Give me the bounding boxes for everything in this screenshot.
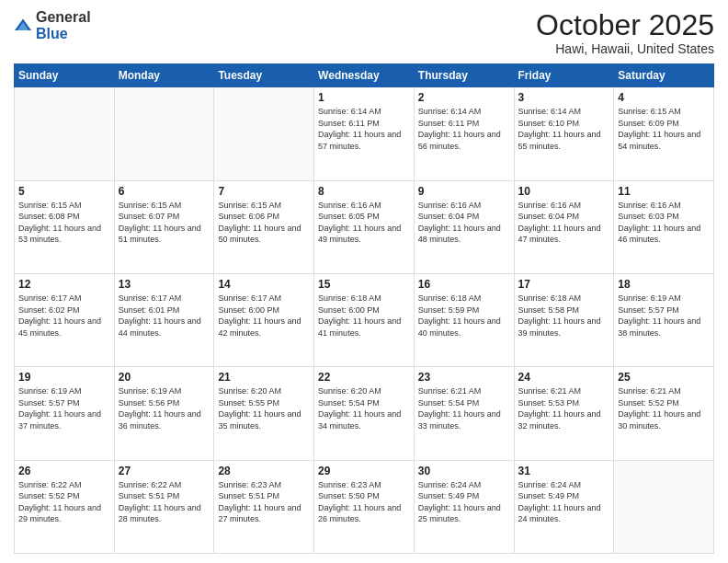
day-info: Sunrise: 6:16 AMSunset: 6:04 PMDaylight:… [518, 200, 610, 246]
logo-text: General Blue [36, 9, 91, 42]
weekday-header-row: SundayMondayTuesdayWednesdayThursdayFrid… [15, 64, 714, 87]
day-cell: 26Sunrise: 6:22 AMSunset: 5:52 PMDayligh… [15, 460, 115, 553]
day-info: Sunrise: 6:18 AMSunset: 5:58 PMDaylight:… [518, 293, 610, 339]
day-number: 24 [518, 371, 610, 384]
day-cell: 24Sunrise: 6:21 AMSunset: 5:53 PMDayligh… [514, 367, 614, 460]
weekday-thursday: Thursday [414, 64, 514, 87]
day-info: Sunrise: 6:22 AMSunset: 5:51 PMDaylight:… [119, 479, 210, 525]
logo-blue: Blue [36, 26, 68, 41]
logo-icon [14, 17, 32, 35]
day-cell: 31Sunrise: 6:24 AMSunset: 5:49 PMDayligh… [514, 460, 614, 553]
header-right: October 2025 Hawi, Hawaii, United States [536, 9, 714, 56]
day-info: Sunrise: 6:16 AMSunset: 6:03 PMDaylight:… [618, 200, 710, 246]
day-info: Sunrise: 6:18 AMSunset: 5:59 PMDaylight:… [418, 293, 510, 339]
day-number: 20 [119, 371, 210, 384]
day-cell: 20Sunrise: 6:19 AMSunset: 5:56 PMDayligh… [114, 367, 214, 460]
logo: General Blue [14, 9, 91, 42]
day-info: Sunrise: 6:15 AMSunset: 6:08 PMDaylight:… [18, 200, 110, 246]
day-number: 11 [618, 185, 710, 198]
day-number: 19 [18, 371, 110, 384]
day-number: 2 [418, 91, 510, 104]
day-number: 28 [218, 465, 310, 477]
day-number: 29 [318, 465, 410, 477]
day-info: Sunrise: 6:16 AMSunset: 6:04 PMDaylight:… [418, 200, 510, 246]
day-info: Sunrise: 6:14 AMSunset: 6:11 PMDaylight:… [418, 106, 510, 152]
day-cell [15, 87, 115, 180]
day-number: 22 [318, 371, 410, 384]
day-number: 25 [618, 371, 710, 384]
day-cell: 27Sunrise: 6:22 AMSunset: 5:51 PMDayligh… [114, 460, 214, 553]
day-cell: 18Sunrise: 6:19 AMSunset: 5:57 PMDayligh… [614, 273, 714, 366]
day-number: 12 [18, 278, 110, 291]
day-cell: 3Sunrise: 6:14 AMSunset: 6:10 PMDaylight… [514, 87, 614, 180]
day-cell [114, 87, 214, 180]
day-number: 26 [18, 465, 110, 477]
day-info: Sunrise: 6:18 AMSunset: 6:00 PMDaylight:… [318, 293, 410, 339]
day-info: Sunrise: 6:21 AMSunset: 5:53 PMDaylight:… [518, 385, 610, 431]
day-cell: 30Sunrise: 6:24 AMSunset: 5:49 PMDayligh… [414, 460, 514, 553]
day-info: Sunrise: 6:19 AMSunset: 5:56 PMDaylight:… [119, 385, 210, 431]
week-row-5: 26Sunrise: 6:22 AMSunset: 5:52 PMDayligh… [15, 460, 714, 553]
week-row-2: 5Sunrise: 6:15 AMSunset: 6:08 PMDaylight… [15, 180, 714, 273]
day-info: Sunrise: 6:24 AMSunset: 5:49 PMDaylight:… [518, 479, 610, 525]
day-number: 5 [18, 185, 110, 198]
day-cell: 11Sunrise: 6:16 AMSunset: 6:03 PMDayligh… [614, 180, 714, 273]
day-number: 1 [318, 91, 410, 104]
day-cell: 9Sunrise: 6:16 AMSunset: 6:04 PMDaylight… [414, 180, 514, 273]
weekday-tuesday: Tuesday [214, 64, 314, 87]
day-cell: 8Sunrise: 6:16 AMSunset: 6:05 PMDaylight… [314, 180, 415, 273]
day-cell: 12Sunrise: 6:17 AMSunset: 6:02 PMDayligh… [15, 273, 115, 366]
day-number: 15 [318, 278, 410, 291]
day-number: 4 [618, 91, 710, 104]
day-cell [614, 460, 714, 553]
day-number: 17 [518, 278, 610, 291]
day-info: Sunrise: 6:24 AMSunset: 5:49 PMDaylight:… [418, 479, 510, 525]
day-number: 23 [418, 371, 510, 384]
day-cell: 7Sunrise: 6:15 AMSunset: 6:06 PMDaylight… [214, 180, 314, 273]
day-cell: 1Sunrise: 6:14 AMSunset: 6:11 PMDaylight… [314, 87, 415, 180]
month-title: October 2025 [536, 9, 714, 41]
day-info: Sunrise: 6:21 AMSunset: 5:54 PMDaylight:… [418, 385, 510, 431]
day-number: 31 [518, 465, 610, 477]
day-cell: 17Sunrise: 6:18 AMSunset: 5:58 PMDayligh… [514, 273, 614, 366]
header: General Blue October 2025 Hawi, Hawaii, … [14, 9, 714, 56]
calendar-table: SundayMondayTuesdayWednesdayThursdayFrid… [14, 63, 714, 554]
day-info: Sunrise: 6:20 AMSunset: 5:54 PMDaylight:… [318, 385, 410, 431]
day-number: 27 [119, 465, 210, 477]
day-cell: 23Sunrise: 6:21 AMSunset: 5:54 PMDayligh… [414, 367, 514, 460]
day-info: Sunrise: 6:15 AMSunset: 6:09 PMDaylight:… [618, 106, 710, 152]
day-number: 10 [518, 185, 610, 198]
day-info: Sunrise: 6:19 AMSunset: 5:57 PMDaylight:… [18, 385, 110, 431]
location: Hawi, Hawaii, United States [536, 41, 714, 56]
day-cell: 15Sunrise: 6:18 AMSunset: 6:00 PMDayligh… [314, 273, 415, 366]
day-cell: 2Sunrise: 6:14 AMSunset: 6:11 PMDaylight… [414, 87, 514, 180]
logo-general: General [36, 9, 91, 25]
day-number: 13 [119, 278, 210, 291]
day-cell: 28Sunrise: 6:23 AMSunset: 5:51 PMDayligh… [214, 460, 314, 553]
day-cell: 10Sunrise: 6:16 AMSunset: 6:04 PMDayligh… [514, 180, 614, 273]
day-cell: 19Sunrise: 6:19 AMSunset: 5:57 PMDayligh… [15, 367, 115, 460]
day-cell: 21Sunrise: 6:20 AMSunset: 5:55 PMDayligh… [214, 367, 314, 460]
day-cell: 25Sunrise: 6:21 AMSunset: 5:52 PMDayligh… [614, 367, 714, 460]
page: General Blue October 2025 Hawi, Hawaii, … [0, 0, 728, 563]
day-cell: 29Sunrise: 6:23 AMSunset: 5:50 PMDayligh… [314, 460, 415, 553]
weekday-saturday: Saturday [614, 64, 714, 87]
day-number: 16 [418, 278, 510, 291]
day-info: Sunrise: 6:22 AMSunset: 5:52 PMDaylight:… [18, 479, 110, 525]
day-number: 9 [418, 185, 510, 198]
day-info: Sunrise: 6:14 AMSunset: 6:10 PMDaylight:… [518, 106, 610, 152]
day-info: Sunrise: 6:17 AMSunset: 6:01 PMDaylight:… [119, 293, 210, 339]
day-info: Sunrise: 6:15 AMSunset: 6:07 PMDaylight:… [119, 200, 210, 246]
weekday-wednesday: Wednesday [314, 64, 415, 87]
day-number: 18 [618, 278, 710, 291]
day-info: Sunrise: 6:19 AMSunset: 5:57 PMDaylight:… [618, 293, 710, 339]
day-info: Sunrise: 6:21 AMSunset: 5:52 PMDaylight:… [618, 385, 710, 431]
day-cell: 13Sunrise: 6:17 AMSunset: 6:01 PMDayligh… [114, 273, 214, 366]
day-info: Sunrise: 6:17 AMSunset: 6:00 PMDaylight:… [218, 293, 310, 339]
day-cell: 14Sunrise: 6:17 AMSunset: 6:00 PMDayligh… [214, 273, 314, 366]
day-number: 14 [218, 278, 310, 291]
day-number: 8 [318, 185, 410, 198]
day-cell: 16Sunrise: 6:18 AMSunset: 5:59 PMDayligh… [414, 273, 514, 366]
day-info: Sunrise: 6:14 AMSunset: 6:11 PMDaylight:… [318, 106, 410, 152]
day-info: Sunrise: 6:23 AMSunset: 5:51 PMDaylight:… [218, 479, 310, 525]
